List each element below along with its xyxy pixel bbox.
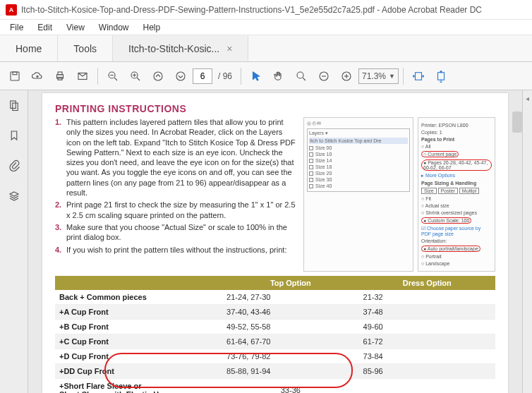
tab-document[interactable]: Itch-to-Stitch-Kosic... × [113, 35, 248, 61]
list-number: 4. [55, 245, 66, 255]
row-top: 73-76, 79-82 [222, 349, 358, 364]
page-up-icon[interactable] [147, 66, 169, 87]
svg-point-15 [297, 72, 303, 78]
menu-edit[interactable]: Edit [30, 21, 59, 34]
zoom-in-icon[interactable] [125, 66, 146, 87]
row-label: +DD Cup Front [55, 364, 222, 379]
list-number: 3. [55, 222, 66, 243]
svg-rect-24 [10, 101, 16, 109]
table-header: Top Option [222, 276, 358, 290]
workspace: PRINTING INSTRUCTIONS 1.This pattern inc… [0, 90, 532, 393]
svg-rect-3 [58, 72, 62, 75]
toolbar: / 96 71.3%▼ [0, 62, 532, 90]
svg-rect-0 [11, 72, 19, 80]
zoom-tool-icon[interactable] [291, 66, 312, 87]
instruction-list: 1.This pattern includes layered pattern … [55, 117, 296, 255]
svg-line-10 [137, 78, 140, 80]
app-icon: A [6, 4, 17, 16]
row-dress: 85-96 [359, 364, 495, 379]
plus-icon[interactable] [336, 66, 357, 87]
list-number: 2. [55, 200, 66, 220]
table-header [55, 276, 222, 290]
menu-help[interactable]: Help [136, 21, 168, 34]
menu-window[interactable]: Window [92, 21, 136, 34]
menu-view[interactable]: View [59, 21, 92, 34]
vertical-scrollbar[interactable] [512, 111, 522, 133]
row-top: 37-40, 43-46 [222, 305, 358, 320]
hand-icon[interactable] [268, 66, 289, 87]
minus-icon[interactable] [313, 66, 334, 87]
row-label: +A Cup Front [55, 305, 222, 320]
bookmark-icon[interactable] [8, 129, 20, 144]
pdf-page: PRINTING INSTRUCTIONS 1.This pattern inc… [42, 93, 508, 393]
print-dialog-thumbnail: Printer: EPSON L800 Copies: 1 Pages to P… [418, 117, 495, 272]
svg-rect-1 [13, 72, 17, 75]
tab-bar: Home Tools Itch-to-Stitch-Kosic... × [0, 35, 532, 62]
menu-file[interactable]: File [3, 21, 30, 34]
separator [241, 68, 241, 85]
layers-icon[interactable] [8, 190, 20, 205]
row-top: 85-88, 91-94 [222, 364, 358, 379]
page-heading: PRINTING INSTRUCTIONS [55, 103, 495, 114]
svg-point-13 [154, 72, 162, 80]
email-icon[interactable] [72, 66, 93, 87]
row-label: +C Cup Front [55, 334, 222, 349]
print-icon[interactable] [49, 66, 71, 87]
cloud-upload-icon[interactable] [27, 66, 48, 87]
tab-document-label: Itch-to-Stitch-Kosic... [128, 43, 219, 54]
row-dress: 37-48 [359, 305, 495, 320]
svg-rect-23 [437, 72, 444, 80]
svg-rect-22 [415, 72, 421, 80]
menu-bar: File Edit View Window Help [0, 20, 532, 35]
row-top: 33-36 [222, 379, 358, 394]
row-label: Back + Common pieces [55, 290, 222, 305]
fit-width-icon[interactable] [408, 66, 429, 87]
separator [97, 68, 98, 85]
page-number-input[interactable] [193, 68, 212, 84]
list-text: Make sure that you choose "Actual Size" … [66, 222, 296, 243]
table-header: Dress Option [359, 276, 495, 290]
left-sidebar [0, 90, 28, 393]
attachment-icon[interactable] [8, 159, 20, 174]
tab-tools[interactable]: Tools [58, 35, 113, 61]
tab-home[interactable]: Home [0, 35, 58, 61]
row-dress: 49-60 [359, 320, 495, 334]
row-top: 61-64, 67-70 [222, 334, 358, 349]
selection-arrow-icon[interactable] [246, 66, 267, 87]
tab-close-icon[interactable]: × [226, 43, 232, 54]
layers-panel-thumbnail: ◎ ⎙ ✉ Layers ▾ Itch to Stitch Kosice Top… [303, 117, 413, 272]
right-tools-rail[interactable]: ◂ [522, 90, 532, 393]
list-text: If you wish to print the pattern tiles w… [66, 245, 296, 255]
thumbnails-icon[interactable] [8, 99, 20, 114]
window-title: Itch-to-Stitch-Kosice-Top-and-Dress-PDF-… [21, 5, 482, 15]
svg-line-16 [303, 78, 306, 80]
svg-line-7 [114, 78, 117, 80]
chevron-left-icon[interactable]: ◂ [526, 95, 529, 102]
page-down-icon[interactable] [170, 66, 191, 87]
separator [403, 68, 404, 85]
svg-rect-25 [12, 103, 18, 111]
row-top: 49-52, 55-58 [222, 320, 358, 334]
list-text: Print page 21 first to check the size by… [66, 200, 296, 220]
list-number: 1. [55, 117, 66, 198]
row-dress: 73-84 [359, 349, 495, 364]
row-dress: 21-32 [359, 290, 495, 305]
zoom-level[interactable]: 71.3%▼ [358, 68, 399, 84]
row-top: 21-24, 27-30 [222, 290, 358, 305]
row-dress [359, 379, 495, 394]
save-icon[interactable] [4, 66, 25, 87]
row-label: +D Cup Front [55, 349, 222, 364]
fit-page-icon[interactable] [430, 66, 452, 87]
svg-point-14 [176, 72, 185, 80]
row-label: +B Cup Front [55, 320, 222, 334]
row-dress: 61-72 [359, 334, 495, 349]
document-viewport[interactable]: PRINTING INSTRUCTIONS 1.This pattern inc… [28, 90, 522, 393]
page-total: / 96 [218, 71, 232, 81]
zoom-out-icon[interactable] [102, 66, 123, 87]
chevron-down-icon: ▼ [389, 73, 395, 80]
list-text: This pattern includes layered pattern ti… [66, 117, 296, 198]
row-label: +Short Flare Sleeve or Short Sleeve with… [55, 379, 222, 394]
page-range-table: Top Option Dress Option Back + Common pi… [55, 276, 495, 393]
window-titlebar: A Itch-to-Stitch-Kosice-Top-and-Dress-PD… [0, 0, 532, 20]
